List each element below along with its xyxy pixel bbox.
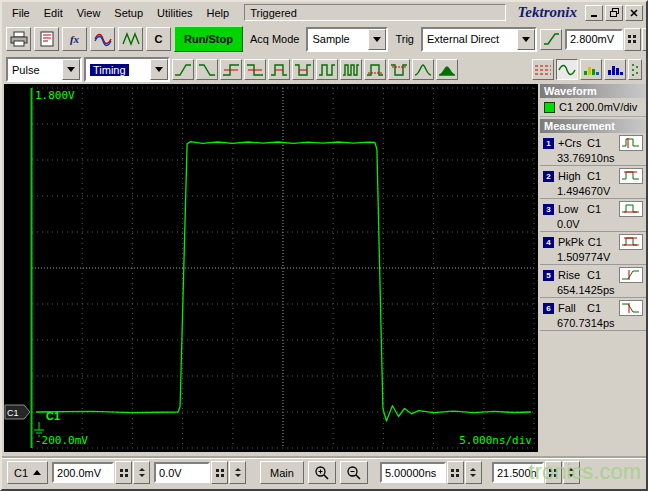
signal-class-combobox[interactable]: Pulse xyxy=(6,57,82,82)
waveform-database-icon[interactable] xyxy=(628,59,642,80)
trig-level-keypad-button[interactable] xyxy=(624,28,641,51)
histogram-icon[interactable] xyxy=(604,59,626,80)
measurement-thumb-icon[interactable] xyxy=(619,201,643,217)
measurement-value: 1.494670V xyxy=(540,184,646,197)
signal-class-dropdown-button[interactable] xyxy=(62,59,80,80)
zoom-out-button[interactable] xyxy=(340,461,368,484)
trig-level-field[interactable]: 2.800mV xyxy=(565,29,623,50)
spinner-arrows-icon xyxy=(138,467,146,479)
meas-category-combobox[interactable]: Timing xyxy=(84,57,170,82)
scope-timebase: 5.000ns/div xyxy=(459,434,532,447)
waveform-panel-title: Waveform xyxy=(544,85,597,97)
vertical-scale-keypad-button[interactable] xyxy=(115,461,132,484)
report-button[interactable] xyxy=(34,27,59,51)
acq-mode-combobox[interactable]: Sample xyxy=(306,27,388,52)
spinner-arrows-icon xyxy=(567,467,575,479)
trig-level-control: 2.800mV xyxy=(565,28,648,51)
meas-rise-icon[interactable] xyxy=(172,59,194,80)
menu-utilities[interactable]: Utilities xyxy=(150,4,199,22)
meas-area-icon[interactable] xyxy=(436,59,458,80)
meas-pos-cross-icon[interactable] xyxy=(220,59,242,80)
measurement-name: Fall xyxy=(558,302,583,314)
scope-display[interactable]: 1.800V -200.0mV 5.000ns/div C1 C1 xyxy=(4,84,538,452)
channel-selector-button[interactable]: C1 xyxy=(7,461,48,484)
meas-category-value: Timing xyxy=(86,59,150,80)
measurement-source: C1 xyxy=(587,170,601,182)
main-toolbar: fx C Run/Stop Acq Mode Sample Trig Exter… xyxy=(2,24,646,54)
meas-neg-duty-icon[interactable] xyxy=(388,59,410,80)
horizontal-scale-keypad-button[interactable] xyxy=(447,461,464,484)
autoset-button[interactable] xyxy=(118,27,143,51)
measurement-thumb-icon[interactable] xyxy=(619,168,643,184)
measurement-row[interactable]: 1 +Crs C1 33.76910ns xyxy=(540,133,646,166)
vertical-scale-control: 200.0mV xyxy=(52,461,150,484)
vertical-offset-field[interactable]: 0.0V xyxy=(154,462,210,483)
channel-position-marker[interactable]: C1 xyxy=(5,405,30,419)
meas-neg-width-icon[interactable] xyxy=(292,59,314,80)
measurement-value: 670.7314ps xyxy=(540,316,646,329)
math-button[interactable]: fx xyxy=(62,27,87,51)
menu-help[interactable]: Help xyxy=(200,4,237,22)
timebase-main-button[interactable]: Main xyxy=(260,461,304,484)
measurement-source: C1 xyxy=(587,203,601,215)
meas-frequency-icon[interactable] xyxy=(340,59,362,80)
horizontal-scale-spinner[interactable] xyxy=(465,461,482,484)
menu-bar: File Edit View Setup Utilities Help Trig… xyxy=(2,2,646,23)
measurement-row[interactable]: 5 Rise C1 654.1425ps xyxy=(540,265,646,298)
measurement-thumb-icon[interactable] xyxy=(619,300,643,316)
meas-period-icon[interactable] xyxy=(316,59,338,80)
vertical-offset-keypad-button[interactable] xyxy=(211,461,228,484)
menu-view[interactable]: View xyxy=(70,4,108,22)
trig-source-dropdown-button[interactable] xyxy=(517,29,535,50)
horizontal-position-spinner[interactable] xyxy=(563,461,580,484)
trig-level-spinner[interactable] xyxy=(642,28,648,51)
print-button[interactable] xyxy=(6,27,31,51)
measurement-thumb-icon[interactable] xyxy=(619,267,643,283)
clear-button[interactable]: C xyxy=(146,27,171,51)
waveform-colors-button[interactable] xyxy=(90,27,115,51)
meas-pos-width-icon[interactable] xyxy=(268,59,290,80)
minimize-button[interactable] xyxy=(585,5,603,21)
close-button[interactable] xyxy=(625,5,643,21)
vertical-scale-spinner[interactable] xyxy=(133,461,150,484)
measurement-value: 1.509774V xyxy=(540,250,646,263)
horizontal-position-keypad-button[interactable] xyxy=(545,461,562,484)
cursors-icon[interactable] xyxy=(532,59,554,80)
trig-source-combobox[interactable]: External Direct xyxy=(421,27,537,52)
scope-bottom-scale: -200.0mV xyxy=(35,434,88,447)
meas-category-dropdown-button[interactable] xyxy=(150,59,168,80)
waveform-item-label: C1 200.0mV/div xyxy=(559,101,637,113)
horizontal-scale-control: 5.00000ns xyxy=(380,461,482,484)
meas-fall-icon[interactable] xyxy=(196,59,218,80)
vertical-offset-spinner[interactable] xyxy=(229,461,246,484)
meas-peak-icon[interactable] xyxy=(412,59,434,80)
run-stop-button[interactable]: Run/Stop xyxy=(174,26,243,52)
menu-file[interactable]: File xyxy=(5,4,37,22)
vertical-scale-field[interactable]: 200.0mV xyxy=(52,462,114,483)
zoom-in-button[interactable] xyxy=(308,461,336,484)
measurement-row[interactable]: 6 Fall C1 670.7314ps xyxy=(540,298,646,331)
measurement-name: PkPk xyxy=(558,236,584,248)
acq-mode-dropdown-button[interactable] xyxy=(368,29,386,50)
restore-button[interactable] xyxy=(605,5,623,21)
measurement-row[interactable]: 4 PkPk C1 1.509774V xyxy=(540,232,646,265)
keypad-icon xyxy=(215,468,225,478)
trig-label: Trig xyxy=(395,33,414,45)
measurement-row[interactable]: 2 High C1 1.494670V xyxy=(540,166,646,199)
meas-pos-duty-icon[interactable] xyxy=(364,59,386,80)
meas-category-selected: Timing xyxy=(90,64,129,76)
waveform-list-item[interactable]: C1 200.0mV/div xyxy=(540,98,646,117)
trig-slope-button[interactable] xyxy=(540,29,562,50)
horizontal-position-field[interactable]: 21.500n xyxy=(492,462,544,483)
chevron-down-icon xyxy=(373,37,381,42)
measurement-row[interactable]: 3 Low C1 0.0V xyxy=(540,199,646,232)
measurement-thumb-icon[interactable] xyxy=(619,234,643,250)
horizontal-scale-field[interactable]: 5.00000ns xyxy=(380,462,446,483)
menu-edit[interactable]: Edit xyxy=(37,4,70,22)
menu-setup[interactable]: Setup xyxy=(107,4,150,22)
vectors-display-icon[interactable] xyxy=(556,59,578,80)
keypad-icon xyxy=(548,468,558,478)
meas-neg-cross-icon[interactable] xyxy=(244,59,266,80)
measurement-thumb-icon[interactable] xyxy=(619,135,643,151)
color-grade-icon[interactable] xyxy=(580,59,602,80)
